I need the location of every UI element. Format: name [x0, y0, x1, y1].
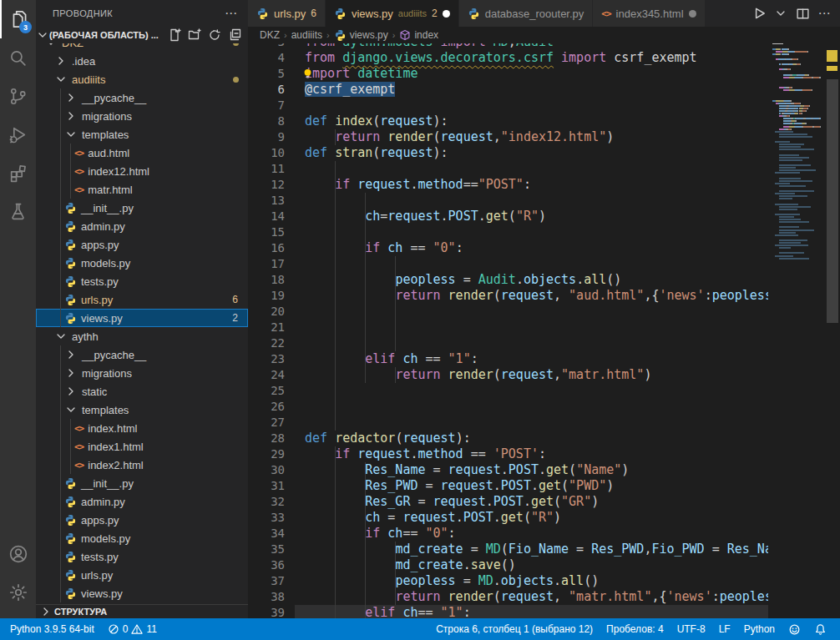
status-eol[interactable]: LF [712, 618, 737, 640]
tree-item-apps.py[interactable]: apps.py [36, 511, 248, 529]
code-token [305, 573, 395, 588]
minimap-line [779, 232, 796, 234]
code-line-35: md_create = MD(Fio_Name = Res_PWD,Fio_PW… [305, 542, 768, 557]
code-editor[interactable]: 3from aythh.models import MD,Audit4from … [248, 0, 768, 618]
tree-item-static[interactable]: static [36, 382, 248, 401]
tree-item-admin.py[interactable]: admin.py [36, 492, 248, 511]
tab-views.py[interactable]: views.pyaudiiits2 [326, 0, 459, 27]
tab-urls.py[interactable]: urls.py6 [248, 0, 326, 27]
minimap-line [807, 108, 808, 109]
tree-item-index1.html[interactable]: <>index1.html [36, 437, 248, 456]
status-encoding[interactable]: UTF-8 [670, 618, 712, 640]
code-line-32: Res_GR = request.POST.get("GR") [305, 494, 599, 510]
breadcrumb-audiiits[interactable]: audiiits [291, 29, 322, 41]
activity-extensions[interactable] [0, 154, 36, 192]
tree-item-matr.html[interactable]: <>matr.html [36, 180, 248, 199]
tab-database_roouter.py[interactable]: database_roouter.py [459, 0, 594, 27]
tab-index345.html[interactable]: <>index345.html [593, 0, 705, 27]
chevron-right-icon [39, 605, 53, 618]
tree-item-views.py[interactable]: views.py2 [36, 309, 248, 327]
line-number: 19 [248, 288, 285, 304]
code-token: = [380, 510, 402, 525]
tree-item-aythh[interactable]: aythh [36, 327, 248, 345]
minimap-line [779, 195, 807, 197]
minimap-line [779, 247, 791, 249]
tree-item-__init__.py[interactable]: __init__.py [36, 474, 248, 492]
code-token [305, 478, 365, 493]
tree-item-templates[interactable]: templates [36, 125, 248, 144]
status-python-interpreter[interactable]: Python 3.9.5 64-bit [3, 618, 101, 640]
dirty-indicator[interactable] [689, 10, 696, 18]
workspace-section-header[interactable]: (РАБОЧАЯ ОБЛАСТЬ) ... [36, 27, 248, 43]
tree-item-apps.py[interactable]: apps.py [36, 235, 248, 254]
tree-item-.idea[interactable]: .idea [36, 52, 248, 70]
tree-item-models.py[interactable]: models.py [36, 254, 248, 272]
status-feedback[interactable] [782, 618, 807, 640]
python-icon [64, 496, 77, 508]
new-folder-button[interactable] [187, 28, 202, 43]
outline-section-header[interactable]: СТРУКТУРА [36, 604, 248, 618]
code-token: request [501, 367, 554, 382]
status-language-mode[interactable]: Python [737, 618, 782, 640]
code-token: "POST" [478, 177, 524, 192]
tree-item-aud.html[interactable]: <>aud.html [36, 144, 248, 162]
breadcrumb-views.py[interactable]: views.py [334, 29, 388, 42]
tree-item-urls.py[interactable]: urls.py6 [36, 290, 248, 309]
more-actions-icon[interactable]: ⋯ [225, 6, 238, 21]
activity-testing[interactable] [0, 192, 36, 230]
tree-item-index.html[interactable]: <>index.html [36, 419, 248, 437]
more-button[interactable]: ⋯ [815, 4, 833, 23]
dirty-indicator[interactable] [443, 10, 450, 18]
code-token [305, 129, 335, 144]
minimap[interactable] [772, 28, 822, 612]
refresh-button[interactable] [207, 28, 222, 43]
code-token: ) [554, 510, 561, 525]
code-token: : [463, 605, 471, 618]
tree-item-__pycache__[interactable]: __pycache__ [36, 345, 248, 364]
breadcrumb-DKZ[interactable]: DKZ [260, 29, 280, 41]
tree-item-content: __pycache__ [36, 348, 146, 361]
minimap-line [783, 120, 791, 122]
lightbulb-icon[interactable] [301, 68, 314, 80]
tree-item-content: migrations [36, 109, 132, 123]
activity-account[interactable] [0, 535, 36, 573]
code-token [305, 494, 365, 509]
tree-item-views.py[interactable]: views.py [36, 584, 248, 602]
status-notifications[interactable] [807, 618, 833, 640]
tree-item-__pycache__[interactable]: __pycache__ [36, 88, 248, 107]
tree-item-tests.py[interactable]: tests.py [36, 547, 248, 566]
minimap-line [779, 252, 804, 254]
scrollbar-thumb[interactable] [827, 79, 838, 323]
tree-item-migrations[interactable]: migrations [36, 107, 248, 125]
tree-item-models.py[interactable]: models.py [36, 529, 248, 547]
line-number: 14 [248, 209, 285, 224]
run-button[interactable] [750, 4, 768, 23]
tree-item-index2.html[interactable]: <>index2.html [36, 456, 248, 474]
tree-item-migrations[interactable]: migrations [36, 364, 248, 382]
indent-guide [60, 474, 61, 492]
breadcrumb-index[interactable]: index [399, 29, 438, 41]
tree-item-__init__.py[interactable]: __init__.py [36, 199, 248, 217]
code-line-5: import datetime [305, 66, 417, 82]
status-problems[interactable]: 011 [101, 618, 164, 640]
activity-run-debug[interactable] [0, 115, 36, 154]
tree-item-audiiits[interactable]: audiiits [36, 70, 248, 88]
activity-search[interactable] [0, 38, 36, 77]
tree-item-urls.py[interactable]: urls.py [36, 566, 248, 584]
tree-item-admin.py[interactable]: admin.py [36, 217, 248, 235]
new-file-button[interactable] [167, 28, 182, 43]
activity-source-control[interactable] [0, 77, 36, 115]
status-label: Python [744, 623, 775, 635]
activity-explorer[interactable]: 3 [0, 0, 36, 38]
status-indentation[interactable]: Пробелов: 4 [600, 618, 670, 640]
split-editor-button[interactable] [793, 4, 812, 23]
explorer-actions [167, 28, 242, 43]
tree-item-content: admin.py [36, 496, 125, 508]
status-cursor-position[interactable]: Строка 6, столбец 1 (выбрано 12) [429, 618, 600, 640]
tree-item-tests.py[interactable]: tests.py [36, 272, 248, 290]
chevron-down-button[interactable] [772, 4, 790, 23]
activity-settings[interactable] [0, 573, 36, 612]
tree-item-templates[interactable]: templates [36, 401, 248, 419]
collapse-all-button[interactable] [227, 28, 242, 43]
tree-item-index12.html[interactable]: <>index12.html [36, 162, 248, 180]
